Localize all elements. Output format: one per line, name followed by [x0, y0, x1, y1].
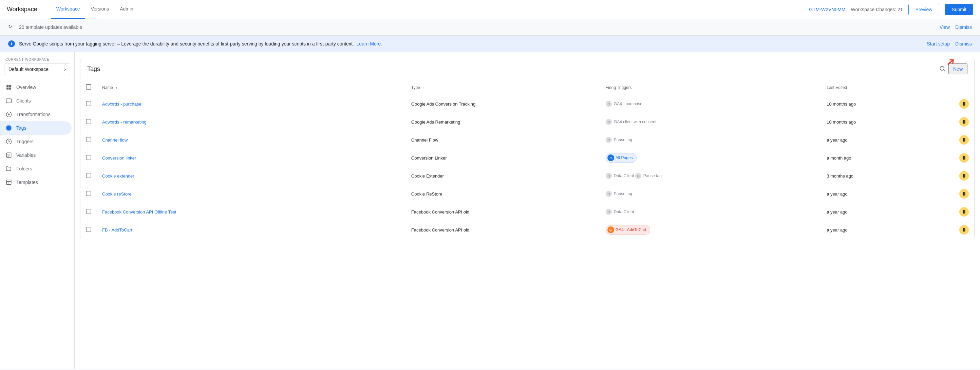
sidebar-item-variables[interactable]: Variables [0, 148, 72, 162]
trigger-dot-gray: ⊙ [635, 173, 641, 179]
tag-status: ⏸ [954, 131, 974, 149]
workspace-label: CURRENT WORKSPACE [5, 58, 69, 61]
status-dot: ⏸ [959, 171, 969, 180]
sidebar-nav: Overview Clients Transformations [0, 80, 74, 363]
tag-name-link[interactable]: Adwords - remarketing [102, 120, 146, 124]
table-row: Facebook Conversion API Offline TestFace… [80, 203, 974, 221]
tag-name-link[interactable]: Cookie extender [102, 174, 134, 179]
banner-updates-right: View Dismiss [940, 24, 972, 30]
sidebar-item-overview[interactable]: Overview [0, 80, 72, 94]
th-status [954, 80, 974, 95]
header-checkbox[interactable] [86, 84, 91, 89]
row-checkbox[interactable] [86, 101, 91, 106]
sidebar-item-triggers[interactable]: Triggers [0, 135, 72, 148]
top-nav-tabs: Workspace Versions Admin [51, 0, 809, 19]
th-last-edited: Last Edited [821, 80, 954, 95]
trigger-dot-gray: ⊙ [606, 137, 612, 143]
workspace-selector[interactable]: Default Workspace › [4, 64, 70, 75]
tag-name-link[interactable]: Cookie reStore [102, 191, 132, 196]
banner-info-dismiss[interactable]: Dismiss [955, 41, 972, 46]
sidebar-item-folders[interactable]: Folders [0, 162, 72, 175]
trigger-badge: ⊙Pause tag [635, 173, 662, 179]
tag-status: ⏸ [954, 149, 974, 167]
row-checkbox[interactable] [86, 209, 91, 214]
tag-last-edited: a year ago [821, 131, 954, 149]
tab-admin[interactable]: Admin [115, 0, 139, 19]
clients-icon [5, 97, 12, 104]
status-dot: ⏸ [959, 189, 969, 199]
sidebar-item-label-variables: Variables [16, 152, 36, 158]
table-row: Channel flowChannel Flow ⊙Pause tag a ye… [80, 131, 974, 149]
th-type: Type [406, 80, 600, 95]
sidebar-item-clients[interactable]: Clients [0, 94, 72, 108]
info-icon: i [8, 40, 15, 47]
refresh-icon: ↻ [8, 24, 15, 30]
row-checkbox[interactable] [86, 191, 91, 196]
tag-last-edited: a month ago [821, 149, 954, 167]
trigger-badge: ⊙Pause tag [606, 191, 632, 197]
banner-updates-dismiss[interactable]: Dismiss [955, 24, 972, 30]
banner-info-link[interactable]: Learn More. [356, 41, 382, 46]
variables-icon [5, 152, 12, 158]
banner-start-setup[interactable]: Start setup [927, 41, 950, 46]
preview-button[interactable]: Preview [908, 4, 940, 15]
gtm-id: GTM-W2VN5MM [809, 7, 845, 12]
table-row: Adwords - purchaseGoogle Ads Conversion … [80, 95, 974, 113]
tag-type: Conversion Linker [406, 149, 600, 167]
tag-name-link[interactable]: FB - AddToCart [102, 227, 132, 233]
tab-versions[interactable]: Versions [85, 0, 115, 19]
tag-type: Google Ads Conversion Tracking [406, 95, 600, 113]
table-row: Cookie reStoreCookie ReStore ⊙Pause tag … [80, 185, 974, 203]
workspace-changes: Workspace Changes: 21 [851, 7, 903, 12]
search-icon[interactable] [939, 65, 946, 73]
tag-triggers: ⊙GA4 client with consent [600, 113, 821, 131]
sidebar-item-label-transformations: Transformations [16, 112, 51, 117]
row-checkbox[interactable] [86, 137, 91, 142]
tag-triggers: ⊙Pause tag [600, 185, 821, 203]
status-dot: ⏸ [959, 99, 969, 108]
tag-name-link[interactable]: Adwords - purchase [102, 102, 142, 107]
row-checkbox[interactable] [86, 227, 91, 232]
tab-workspace[interactable]: Workspace [51, 0, 86, 19]
tags-table: Name ↑ Type Firing Triggers Last Edited … [80, 80, 974, 239]
main-layout: CURRENT WORKSPACE Default Workspace › Ov… [0, 52, 980, 368]
sidebar-item-label-triggers: Triggers [16, 139, 33, 144]
trigger-dot-gray: ⊙ [606, 101, 612, 107]
tag-triggers: ⊙Data Client [600, 203, 821, 221]
new-button[interactable]: New [948, 64, 967, 74]
row-checkbox[interactable] [86, 173, 91, 178]
status-dot: ⏸ [959, 225, 969, 234]
sidebar-item-templates[interactable]: Templates [0, 175, 72, 189]
sidebar-item-transformations[interactable]: Transformations [0, 108, 72, 121]
top-nav: Workspace Workspace Versions Admin GTM-W… [0, 0, 980, 19]
tag-status: ⏸ [954, 95, 974, 113]
tag-last-edited: a year ago [821, 185, 954, 203]
tag-name-link[interactable]: Facebook Conversion API Offline Test [102, 209, 176, 215]
submit-button[interactable]: Submit [945, 4, 973, 15]
trigger-badge[interactable]: ◎GA4 - AddToCart [606, 225, 650, 234]
trigger-badge: ⊙Data Client [606, 173, 634, 179]
row-checkbox[interactable] [86, 155, 91, 160]
folders-icon [5, 165, 12, 172]
transformations-icon [5, 111, 12, 118]
tag-type: Facebook Conversion API old [406, 221, 600, 239]
tag-name-link[interactable]: Conversion linker [102, 155, 136, 161]
status-dot: ⏸ [959, 153, 969, 163]
tag-status: ⏸ [954, 167, 974, 185]
tag-type: Cookie Extender [406, 167, 600, 185]
workspace-name: Default Workspace [8, 67, 49, 72]
tag-triggers: ◎GA4 - AddToCart [600, 221, 821, 239]
th-name[interactable]: Name ↑ [97, 80, 406, 95]
tags-icon [5, 124, 12, 131]
trigger-badge[interactable]: ⊙All Pages [606, 153, 636, 163]
trigger-badge: ⊙GA4 client with consent [606, 119, 656, 125]
tag-name-link[interactable]: Channel flow [102, 137, 127, 143]
tags-actions: New [939, 64, 967, 74]
banner-updates-view[interactable]: View [940, 24, 950, 30]
table-row: FB - AddToCartFacebook Conversion API ol… [80, 221, 974, 239]
svg-rect-4 [6, 180, 11, 185]
row-checkbox[interactable] [86, 119, 91, 124]
sidebar-item-tags[interactable]: Tags [0, 121, 72, 135]
trigger-dot-gray: ⊙ [606, 119, 612, 125]
svg-rect-0 [6, 99, 11, 103]
